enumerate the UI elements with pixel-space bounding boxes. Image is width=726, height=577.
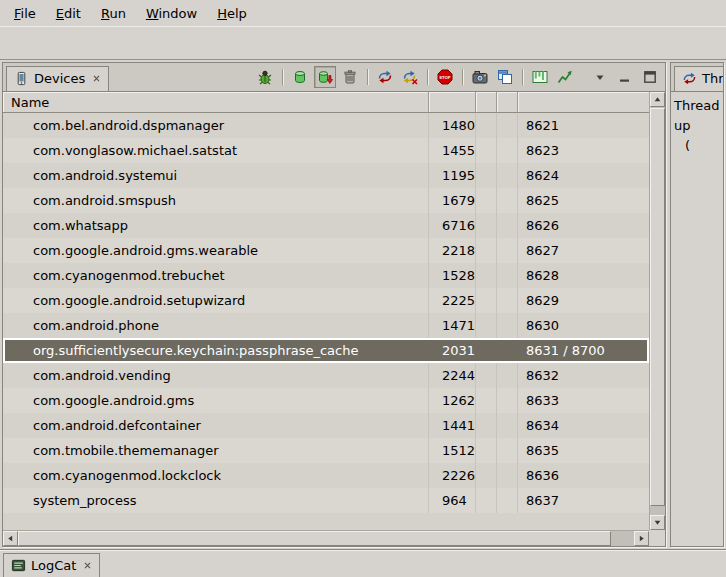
vertical-scrollbar-thumb[interactable] — [650, 108, 665, 506]
process-port: 8636 — [518, 463, 649, 488]
scroll-up-button[interactable] — [650, 92, 665, 107]
table-header: Name — [3, 92, 649, 113]
start-method-profiling-icon[interactable] — [399, 66, 421, 88]
screen-capture-icon[interactable] — [469, 66, 491, 88]
tab-logcat[interactable]: LogCat — [3, 553, 100, 577]
process-name: com.android.vending — [3, 363, 429, 388]
process-port: 8627 — [518, 238, 649, 263]
table-row[interactable]: com.android.systemui11958624 — [3, 163, 649, 188]
logcat-bar: LogCat — [0, 549, 726, 577]
device-icon — [14, 71, 29, 86]
table-row[interactable]: com.cyanogenmod.trebuchet15288628 — [3, 263, 649, 288]
empty-cell — [497, 488, 518, 513]
debug-icon[interactable] — [254, 66, 276, 88]
threads-icon — [682, 71, 697, 86]
start-opengl-trace-icon[interactable] — [554, 66, 576, 88]
main-toolbar — [0, 26, 726, 60]
menu-run[interactable]: Run — [91, 3, 136, 24]
minimize-icon[interactable] — [615, 67, 635, 87]
horizontal-scrollbar-thumb[interactable] — [18, 531, 611, 546]
menu-bar: File Edit Run Window Help — [0, 0, 726, 26]
table-row[interactable]: system_process9648637 — [3, 488, 649, 513]
scroll-right-button[interactable] — [634, 531, 649, 546]
column-header-blank2[interactable] — [497, 92, 518, 113]
empty-cell — [497, 463, 518, 488]
process-name: com.whatsapp — [3, 213, 429, 238]
table-row[interactable]: com.android.smspush16798625 — [3, 188, 649, 213]
stop-process-icon[interactable]: STOP — [434, 66, 456, 88]
empty-cell — [497, 163, 518, 188]
dump-hprof-icon[interactable] — [314, 66, 336, 88]
table-row-selected[interactable]: org.sufficientlysecure.keychain:passphra… — [3, 338, 649, 363]
menu-window[interactable]: Window — [136, 3, 207, 24]
empty-cell — [476, 338, 497, 363]
process-pid: 22440 — [429, 363, 476, 388]
table-row[interactable]: com.whatsapp67168626 — [3, 213, 649, 238]
tab-threads[interactable]: Threads — [674, 66, 723, 91]
close-icon[interactable] — [83, 561, 92, 570]
process-pid: 20311 — [429, 338, 476, 363]
view-menu-icon[interactable] — [590, 67, 610, 87]
device-table-body: com.bel.android.dspmanager14808621com.vo… — [3, 113, 649, 530]
process-name: com.android.defcontainer — [3, 413, 429, 438]
table-row[interactable]: com.google.android.gms.wearable221858627 — [3, 238, 649, 263]
threads-view: Threads Thread up ( — [670, 62, 724, 547]
empty-cell — [476, 488, 497, 513]
process-port: 8628 — [518, 263, 649, 288]
table-row[interactable]: com.vonglasow.michael.satstat145538623 — [3, 138, 649, 163]
menu-edit[interactable]: Edit — [46, 3, 91, 24]
update-threads-icon[interactable] — [374, 66, 396, 88]
dump-view-hierarchy-icon[interactable] — [494, 66, 516, 88]
process-name: com.cyanogenmod.trebuchet — [3, 263, 429, 288]
process-pid: 1679 — [429, 188, 476, 213]
tab-devices[interactable]: Devices — [6, 66, 109, 91]
table-row[interactable]: com.cyanogenmod.lockclock222658636 — [3, 463, 649, 488]
process-port: 8626 — [518, 213, 649, 238]
maximize-icon[interactable] — [640, 67, 660, 87]
process-pid: 1480 — [429, 113, 476, 138]
table-row[interactable]: com.android.phone14718630 — [3, 313, 649, 338]
empty-cell — [476, 238, 497, 263]
update-heap-icon[interactable] — [289, 66, 311, 88]
column-header-blank1[interactable] — [476, 92, 497, 113]
column-header-port[interactable] — [518, 92, 649, 113]
menu-help[interactable]: Help — [207, 3, 257, 24]
scroll-up-icon — [653, 95, 662, 104]
empty-cell — [476, 163, 497, 188]
empty-cell — [497, 413, 518, 438]
empty-cell — [476, 388, 497, 413]
table-row[interactable]: com.google.android.gms126238633 — [3, 388, 649, 413]
tab-threads-label: Threads — [702, 71, 723, 86]
devices-toolbar: STOP — [254, 66, 578, 88]
column-header-name[interactable]: Name — [3, 92, 429, 113]
scroll-down-button[interactable] — [650, 515, 665, 530]
empty-cell — [497, 338, 518, 363]
process-port: 8632 — [518, 363, 649, 388]
menu-file[interactable]: File — [4, 3, 46, 24]
process-name: com.google.android.setupwizard — [3, 288, 429, 313]
table-row[interactable]: com.bel.android.dspmanager14808621 — [3, 113, 649, 138]
empty-cell — [476, 413, 497, 438]
column-header-pid[interactable] — [429, 92, 476, 113]
svg-text:STOP: STOP — [439, 75, 451, 80]
process-pid: 14411 — [429, 413, 476, 438]
table-row[interactable]: com.tmobile.thememanager15128635 — [3, 438, 649, 463]
process-name: com.cyanogenmod.lockclock — [3, 463, 429, 488]
cause-gc-icon[interactable] — [339, 66, 361, 88]
table-row[interactable]: com.android.vending224408632 — [3, 363, 649, 388]
empty-cell — [497, 263, 518, 288]
capture-systrace-icon[interactable] — [529, 66, 551, 88]
table-row[interactable]: com.android.defcontainer144118634 — [3, 413, 649, 438]
empty-cell — [476, 113, 497, 138]
scroll-left-button[interactable] — [3, 531, 18, 546]
empty-cell — [497, 438, 518, 463]
process-pid: 1528 — [429, 263, 476, 288]
logcat-icon — [11, 558, 26, 573]
close-icon[interactable] — [92, 74, 101, 83]
table-row[interactable]: com.google.android.setupwizard222508629 — [3, 288, 649, 313]
process-port: 8635 — [518, 438, 649, 463]
scroll-right-icon — [637, 534, 646, 543]
horizontal-scrollbar[interactable] — [3, 530, 649, 546]
process-name: com.android.smspush — [3, 188, 429, 213]
vertical-scrollbar[interactable] — [649, 92, 665, 530]
